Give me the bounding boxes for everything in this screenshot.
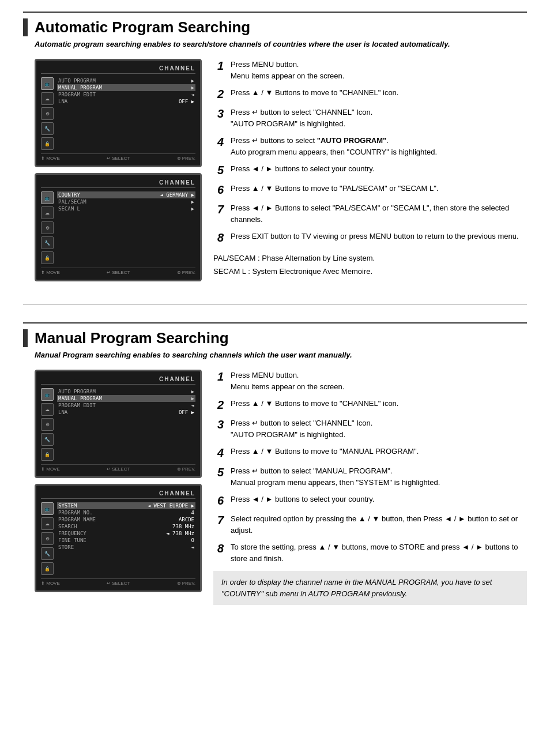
manual-screen2-bottom: ⬆ MOVE ↵ SELECT ⊗ PREV. <box>41 578 195 586</box>
auto-s1-select: ↵ SELECT <box>107 156 130 161</box>
auto-s2-move: ⬆ MOVE <box>41 270 60 275</box>
manual-screen-1: CHANNEL 📺 ☁ ⚙ 🔧 🔒 AUTO PROGRAM▶ <box>35 370 202 478</box>
auto-screen-1: CHANNEL 📺 ☁ ⚙ 🔧 🔒 AUTO PROGRAM▶ <box>35 59 202 167</box>
manual-s1-item-3: PROGRAM EDIT◄ <box>57 402 195 409</box>
manual-s2-item-6: FINE TUNE0 <box>57 537 195 544</box>
tv-icon-1: 📺 <box>41 77 54 90</box>
auto-screen2-menu: COUNTRY◄ GERMANY ▶ PAL/SECAM▶ SECAM L▶ <box>57 191 195 264</box>
manual-step-6: 6 Press ◄ / ► buttons to select your cou… <box>213 494 527 507</box>
manual-s1-prev: ⊗ PREV. <box>177 467 196 472</box>
auto-screen2-bottom: ⬆ MOVE ↵ SELECT ⊗ PREV. <box>41 268 195 275</box>
auto-screen2-icons: 📺 ☁ ⚙ 🔧 🔒 <box>41 191 54 264</box>
auto-step-6: 6 Press ▲ / ▼ Buttons to move to "PAL/SE… <box>213 183 527 197</box>
auto-step-3: 3 Press ↵ button to select "CHANNEL" Ico… <box>213 107 527 129</box>
automatic-section-title: Automatic Program Searching <box>35 18 250 36</box>
manual-screen1-content: 📺 ☁ ⚙ 🔧 🔒 AUTO PROGRAM▶ MANUAL PROGRAM▶ <box>41 388 195 461</box>
manual-content: CHANNEL 📺 ☁ ⚙ 🔧 🔒 AUTO PROGRAM▶ <box>35 370 527 605</box>
manual-s2-item-4: SEARCH738 MHz <box>57 523 195 530</box>
manual-s2-select: ↵ SELECT <box>107 581 130 586</box>
auto-footnote-2: SECAM L : System Electronique Avec Memoi… <box>213 265 527 278</box>
auto-s2-menu-item-3: SECAM L▶ <box>57 205 195 212</box>
tv-icon-s2-1: 📺 <box>41 191 54 204</box>
tv-icon-5: 🔒 <box>41 137 54 150</box>
manual-step-8: 8 To store the setting, press ▲ / ▼ butt… <box>213 541 527 564</box>
automatic-steps-column: 1 Press MENU button.Menu items appear on… <box>213 59 527 281</box>
auto-step-2: 2 Press ▲ / ▼ Buttons to move to "CHANNE… <box>213 87 527 101</box>
manual-screen2-menu: SYSTEM◄ WEST EUROPE ▶ PROGRAM NO.4 PROGR… <box>57 502 195 575</box>
manual-s2-icon-1: 📺 <box>41 502 54 515</box>
manual-info-note: In order to display the channel name in … <box>213 571 527 605</box>
manual-s2-item-7: STORE◄ <box>57 544 195 551</box>
manual-s1-item-2: MANUAL PROGRAM▶ <box>57 395 195 402</box>
manual-tv-icon-3: ⚙ <box>41 418 54 431</box>
auto-screen2-header: CHANNEL <box>41 179 195 188</box>
manual-step-3: 3 Press ↵ button to select "CHANNEL" Ico… <box>213 418 527 440</box>
manual-screen1-menu: AUTO PROGRAM▶ MANUAL PROGRAM▶ PROGRAM ED… <box>57 388 195 461</box>
manual-step-1: 1 Press MENU button.Menu items appear on… <box>213 370 527 392</box>
auto-menu-item-1: AUTO PROGRAM▶ <box>57 77 195 84</box>
manual-s1-item-4: LNAOFF ▶ <box>57 409 195 416</box>
tv-icon-s2-2: ☁ <box>41 206 54 219</box>
auto-menu-item-3: PROGRAM EDIT◄ <box>57 91 195 98</box>
manual-s2-icon-5: 🔒 <box>41 562 54 575</box>
section-divider <box>23 304 527 305</box>
auto-screen1-icons: 📺 ☁ ⚙ 🔧 🔒 <box>41 77 54 150</box>
auto-screen2-content: 📺 ☁ ⚙ 🔧 🔒 COUNTRY◄ GERMANY ▶ PAL/SECAM▶ <box>41 191 195 264</box>
manual-s2-item-5: FREQUENCY◄ 738 MHz <box>57 530 195 537</box>
automatic-content: CHANNEL 📺 ☁ ⚙ 🔧 🔒 AUTO PROGRAM▶ <box>35 59 527 281</box>
manual-screen2-icons: 📺 ☁ ⚙ 🔧 🔒 <box>41 502 54 575</box>
tv-icon-s2-3: ⚙ <box>41 221 54 234</box>
manual-step-2: 2 Press ▲ / ▼ Buttons to move to "CHANNE… <box>213 398 527 412</box>
manual-s2-icon-4: 🔧 <box>41 547 54 560</box>
manual-tv-icon-1: 📺 <box>41 388 54 401</box>
section-bar <box>23 18 28 36</box>
automatic-footnotes: PAL/SECAM : Phase Alternation by Line sy… <box>213 251 527 279</box>
tv-icon-3: ⚙ <box>41 107 54 120</box>
manual-step-4: 4 Press ▲ / ▼ Buttons to move to "MANUAL… <box>213 446 527 460</box>
manual-s2-item-1: SYSTEM◄ WEST EUROPE ▶ <box>57 502 195 509</box>
auto-s2-menu-item-1: COUNTRY◄ GERMANY ▶ <box>57 191 195 198</box>
manual-tv-icon-2: ☁ <box>41 403 54 416</box>
manual-s1-move: ⬆ MOVE <box>41 467 60 472</box>
manual-steps-column: 1 Press MENU button.Menu items appear on… <box>213 370 527 605</box>
manual-screen1-header: CHANNEL <box>41 376 195 385</box>
auto-s1-move: ⬆ MOVE <box>41 156 60 161</box>
manual-section-bar <box>23 329 28 347</box>
manual-s2-icon-2: ☁ <box>41 517 54 530</box>
manual-step-7: 7 Select required option by pressing the… <box>213 513 527 536</box>
auto-screen1-header: CHANNEL <box>41 65 195 74</box>
auto-screen-2: CHANNEL 📺 ☁ ⚙ 🔧 🔒 COUNTRY◄ GERMANY ▶ <box>35 173 202 281</box>
manual-step-5: 5 Press ↵ button to select "MANUAL PROGR… <box>213 465 527 488</box>
manual-tv-icon-5: 🔒 <box>41 448 54 461</box>
manual-subtitle: Manual Program searching enables to sear… <box>35 351 527 359</box>
auto-step-8: 8 Press EXIT button to TV viewing or pre… <box>213 231 527 245</box>
auto-footnote-1: PAL/SECAM : Phase Alternation by Line sy… <box>213 251 527 265</box>
manual-s2-prev: ⊗ PREV. <box>177 581 196 586</box>
manual-tv-icon-4: 🔧 <box>41 433 54 446</box>
manual-screen-2: CHANNEL 📺 ☁ ⚙ 🔧 🔒 SYSTEM◄ WEST EUROPE ▶ <box>35 484 202 592</box>
manual-s1-select: ↵ SELECT <box>107 467 130 472</box>
auto-step-4: 4 Press ↵ buttons to select "AUTO PROGRA… <box>213 135 527 157</box>
auto-menu-item-4: LNAOFF ▶ <box>57 98 195 105</box>
manual-section-title: Manual Program Searching <box>35 329 229 347</box>
manual-screen2-content: 📺 ☁ ⚙ 🔧 🔒 SYSTEM◄ WEST EUROPE ▶ PROGRAM … <box>41 502 195 575</box>
auto-screen1-content: 📺 ☁ ⚙ 🔧 🔒 AUTO PROGRAM▶ MANUAL PROGRAM▶ <box>41 77 195 150</box>
automatic-subtitle: Automatic program searching enables to s… <box>35 40 527 48</box>
automatic-section: Automatic Program Searching Automatic pr… <box>23 12 527 281</box>
manual-screen1-icons: 📺 ☁ ⚙ 🔧 🔒 <box>41 388 54 461</box>
auto-step-1: 1 Press MENU button.Menu items appear on… <box>213 59 527 81</box>
tv-icon-s2-4: 🔧 <box>41 236 54 249</box>
manual-s2-move: ⬆ MOVE <box>41 581 60 586</box>
auto-screen1-bottom: ⬆ MOVE ↵ SELECT ⊗ PREV. <box>41 153 195 161</box>
manual-screens: CHANNEL 📺 ☁ ⚙ 🔧 🔒 AUTO PROGRAM▶ <box>35 370 202 605</box>
manual-section: Manual Program Searching Manual Program … <box>23 322 527 605</box>
auto-s2-menu-item-2: PAL/SECAM▶ <box>57 198 195 205</box>
automatic-section-header: Automatic Program Searching <box>23 12 527 36</box>
manual-s1-item-1: AUTO PROGRAM▶ <box>57 388 195 395</box>
manual-section-header: Manual Program Searching <box>23 322 527 347</box>
auto-s1-prev: ⊗ PREV. <box>177 156 196 161</box>
manual-screen2-header: CHANNEL <box>41 490 195 499</box>
auto-step-7: 7 Press ◄ / ► Buttons to select "PAL/SEC… <box>213 202 527 225</box>
auto-s2-prev: ⊗ PREV. <box>177 270 196 275</box>
tv-icon-s2-5: 🔒 <box>41 251 54 264</box>
